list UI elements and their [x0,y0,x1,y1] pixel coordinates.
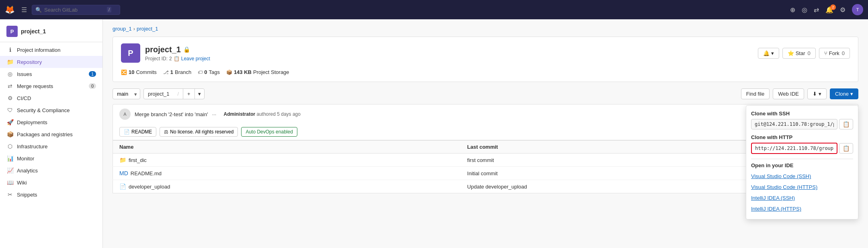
star-count: 0 [808,50,811,56]
cicd-icon: ⚙ [6,95,14,101]
path-breadcrumb: project_1 / + ▾ [143,88,205,99]
project-title-left: P project_1 🔒 Project ID: 2 📋 Leave proj… [121,43,210,63]
search-icon: 🔍 [35,7,42,13]
search-bar[interactable]: 🔍 / [32,5,120,15]
download-icon: ⬇ [813,91,817,97]
clone-button[interactable]: Clone ▾ [830,88,858,99]
download-button[interactable]: ⬇ ▾ [807,88,827,99]
branch-select[interactable]: main [113,88,140,99]
star-icon: ⭐ [788,50,794,56]
ide-option-intellij-ssh[interactable]: IntelliJ IDEA (SSH) [751,193,853,203]
issues-sidebar-icon: ◎ [6,71,14,77]
toolbar-right: Find file Web IDE ⬇ ▾ Clone ▾ [741,88,858,99]
sidebar-item-wiki[interactable]: 📖 Wiki [0,176,102,189]
sidebar-item-label: Project information [17,47,60,53]
branch-select-wrap[interactable]: main [113,88,140,99]
clone-http-title: Clone with HTTP [751,134,853,140]
commit-dots[interactable]: ··· [212,111,217,117]
issues-icon[interactable]: ◎ [802,6,807,14]
file-link[interactable]: developer_upload [129,184,170,190]
snippets-icon: ✂ [6,191,14,198]
sidebar-item-analytics[interactable]: 📈 Analytics [0,164,102,176]
merge-requests-nav-icon[interactable]: ⇄ [814,6,819,14]
clone-http-input[interactable] [751,143,837,154]
sidebar-item-infrastructure[interactable]: ⬡ Infrastructure [0,140,102,152]
clone-http-row: 📋 [751,143,853,154]
sidebar-item-packages-registries[interactable]: 📦 Packages and registries [0,128,102,140]
sidebar-item-label: Analytics [17,168,38,174]
main-inner: group_1 › project_1 P project_1 🔒 [113,26,858,193]
open-ide-title: Open in your IDE [751,162,853,168]
settings-icon[interactable]: ⚙ [840,6,845,14]
create-new-icon[interactable]: ⊕ [790,6,795,14]
search-input[interactable] [44,7,104,13]
devops-button[interactable]: Auto DevOps enabled [241,127,297,137]
slash-key: / [107,7,111,12]
sidebar-item-monitor[interactable]: 📊 Monitor [0,152,102,164]
user-avatar[interactable]: T [852,4,863,15]
path-chevron[interactable]: ▾ [194,89,204,99]
web-ide-button[interactable]: Web IDE [773,88,804,99]
sidebar-item-merge-requests[interactable]: ⇄ Merge requests 0 [0,80,102,92]
license-button[interactable]: ⚖ No license. All rights reserved [160,127,238,137]
sidebar-item-project-information[interactable]: ℹ Project information [0,44,102,56]
readme-icon: 📄 [124,129,130,135]
readme-button[interactable]: 📄 README [119,127,156,137]
fork-count: 0 [842,50,845,56]
sidebar-item-snippets[interactable]: ✂ Snippets [0,189,102,201]
clone-chevron: ▾ [850,91,853,97]
add-file-button[interactable]: + [183,89,194,99]
sidebar-item-repository[interactable]: 📁 Repository [0,56,102,68]
breadcrumb-group[interactable]: group_1 [113,26,132,32]
hamburger-icon[interactable]: ☰ [20,4,29,15]
infrastructure-icon: ⬡ [6,143,14,150]
notifications-icon[interactable]: 🔔 2 [825,6,833,14]
file-name-cell: MD README.md [113,167,461,180]
sidebar-item-label: Packages and registries [17,131,73,137]
col-name: Name [113,141,461,154]
project-title-row: P project_1 🔒 Project ID: 2 📋 Leave proj… [121,43,850,63]
project-id-value: 2 [169,56,172,61]
stat-branch[interactable]: ⎇ 1 Branch [163,69,191,75]
clone-dropdown-inner: Clone with SSH 📋 Clone with HTTP 📋 [746,106,858,219]
find-file-button[interactable]: Find file [741,88,770,99]
breadcrumb-project[interactable]: project_1 [137,26,158,32]
clone-dropdown: Clone with SSH 📋 Clone with HTTP 📋 [746,105,858,219]
sidebar-item-security-compliance[interactable]: 🛡 Security & Compliance [0,104,102,116]
ide-option-intellij-https[interactable]: IntelliJ IDEA (HTTPS) [751,203,853,214]
star-button[interactable]: ⭐ Star 0 [782,48,816,59]
branch-icon: ⎇ [163,70,169,75]
sidebar-item-deployments[interactable]: 🚀 Deployments [0,116,102,128]
fork-label: Fork [829,50,839,56]
copy-id-icon[interactable]: 📋 [174,56,180,61]
clone-ssh-title: Clone with SSH [751,111,853,117]
ide-option-vscode-ssh[interactable]: Visual Studio Code (SSH) [751,171,853,182]
stat-commits[interactable]: 🔀 10 Commits [121,69,157,75]
sidebar-item-label: Snippets [17,192,37,198]
clone-ssh-row: 📋 [751,119,853,129]
file-link[interactable]: README.md [131,170,162,176]
sidebar-project-header: P project_1 [0,23,102,42]
copy-ssh-button[interactable]: 📋 [839,119,853,129]
stat-tags[interactable]: 🏷 0 Tags [198,69,220,75]
copy-http-button[interactable]: 📋 [839,143,853,154]
fork-button[interactable]: ⑂ Fork 0 [819,48,850,59]
notify-button[interactable]: 🔔 ▾ [758,48,779,59]
markdown-icon: MD [119,170,128,176]
commit-author: Administrator [223,111,255,117]
ide-option-vscode-https[interactable]: Visual Studio Code (HTTPS) [751,182,853,193]
project-name-block: project_1 🔒 Project ID: 2 📋 Leave projec… [145,45,210,61]
sidebar-item-issues[interactable]: ◎ Issues 1 [0,68,102,80]
analytics-icon: 📈 [6,167,14,174]
sidebar-item-label: Wiki [17,180,27,186]
commits-count: 10 [129,69,134,75]
path-divider: / [173,89,183,99]
commit-avatar: A [119,109,131,120]
leave-project-link[interactable]: Leave project [181,56,210,61]
sidebar-item-cicd[interactable]: ⚙ CI/CD [0,92,102,104]
monitor-icon: 📊 [6,155,14,162]
clone-ssh-input[interactable] [751,119,837,129]
file-link[interactable]: first_dic [129,157,147,163]
file-icon: 📄 [119,183,126,190]
sidebar-item-label: Infrastructure [17,143,48,150]
